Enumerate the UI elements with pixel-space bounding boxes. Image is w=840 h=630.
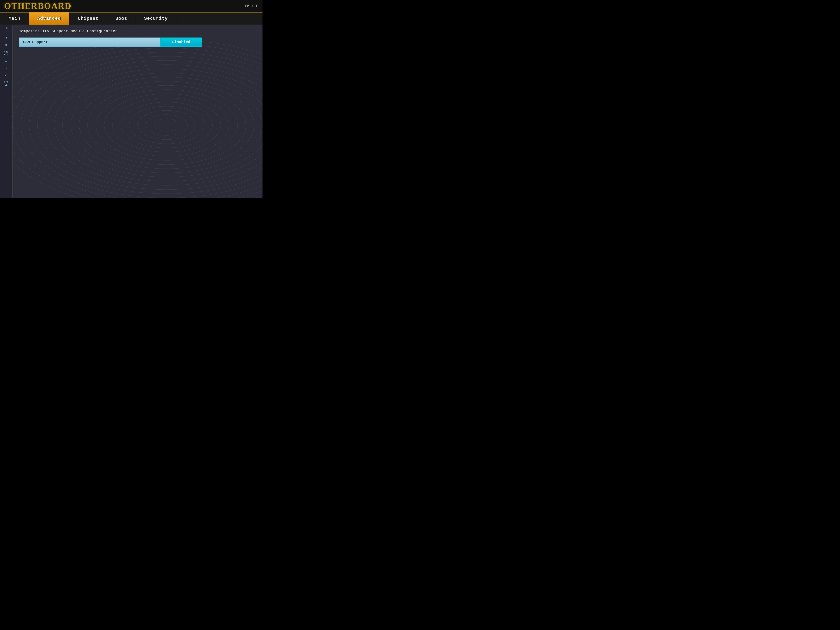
section-title: Compatibility Support Module Configurati… (19, 29, 256, 33)
csm-support-value[interactable]: Disabled (160, 38, 202, 47)
brand-title: OTHERBOARD (4, 1, 71, 11)
m-icon: M (5, 37, 7, 39)
header-hint: F5 : F (245, 4, 258, 8)
mp-icon: MP (5, 60, 8, 63)
csm-support-row[interactable]: CSM Support Disabled (19, 38, 256, 47)
tab-advanced[interactable]: Advanced (29, 13, 69, 25)
main-content: HZ↓ M ⊞ MHZB ↓ MP 🌡 2° 02222 Compatibili… (0, 25, 262, 198)
num022-icon: 02222 (4, 81, 8, 87)
sidebar: HZ↓ M ⊞ MHZB ↓ MP 🌡 2° 02222 (0, 25, 13, 198)
header-bar: OTHERBOARD F5 : F (0, 0, 262, 13)
tab-boot[interactable]: Boot (107, 13, 136, 25)
tab-main[interactable]: Main (0, 13, 29, 25)
grid-icon: ⊞ (5, 44, 7, 46)
csm-support-label: CSM Support (19, 38, 160, 47)
content-panel: Compatibility Support Module Configurati… (13, 25, 262, 198)
deg2-icon: 2° (5, 74, 8, 77)
hz-icon: HZ↓ (5, 27, 8, 33)
tab-chipset[interactable]: Chipset (69, 13, 107, 25)
nav-tabs: Main Advanced Chipset Boot Security (0, 13, 262, 25)
thermometer-icon: 🌡 (5, 67, 7, 70)
tab-security[interactable]: Security (136, 13, 177, 25)
mhz-b-icon: MHZB ↓ (4, 51, 8, 56)
